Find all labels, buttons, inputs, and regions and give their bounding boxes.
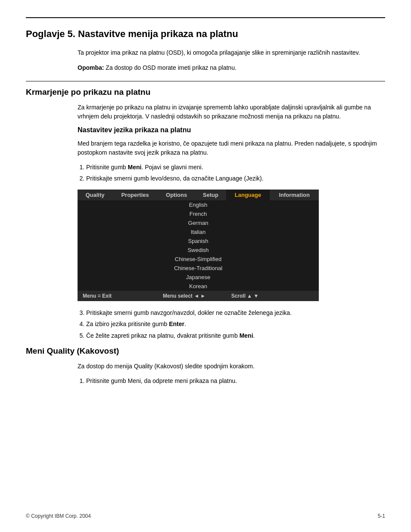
section-rule <box>26 81 385 81</box>
page-footer: © Copyright IBM Corp. 2004 5-1 <box>26 513 385 519</box>
section2-steps: Pritisnite gumb Meni, da odprete meni pr… <box>86 376 385 386</box>
footer-menu-exit: Menu = Exit <box>78 291 158 301</box>
list-item: Chinese-Simplified <box>78 255 319 264</box>
osd-footer-row: Menu = Exit Menu select ◄ ► Scroll ▲ ▼ <box>78 291 319 301</box>
lang-german[interactable]: German <box>78 218 319 227</box>
lang-korean[interactable]: Korean <box>78 282 319 291</box>
lang-french[interactable]: French <box>78 209 319 218</box>
list-item: Korean <box>78 282 319 291</box>
page-container: Poglavje 5. Nastavitve menija prikaza na… <box>0 0 411 417</box>
list-item: English <box>78 200 319 209</box>
step-4: Za izbiro jezika pritisnite gumb Enter. <box>86 319 385 329</box>
list-item: Chinese-Traditional <box>78 264 319 273</box>
list-item: Spanish <box>78 236 319 246</box>
note-paragraph: Opomba: Za dostop do OSD morate imeti pr… <box>78 63 385 72</box>
copyright: © Copyright IBM Corp. 2004 <box>26 513 91 519</box>
tab-information[interactable]: Information <box>270 190 319 200</box>
subsection-heading: Nastavitev jezika prikaza na platnu <box>78 126 385 134</box>
list-item: Italian <box>78 227 319 236</box>
top-rule <box>26 17 385 18</box>
step-2: Pritiskajte smerni gumb levo/desno, da o… <box>86 174 385 183</box>
tab-setup[interactable]: Setup <box>195 190 226 200</box>
lang-chinese-traditional[interactable]: Chinese-Traditional <box>78 264 319 273</box>
subsection-body: Med branjem tega razdelka je koristno, č… <box>78 139 385 157</box>
tab-language[interactable]: Language <box>226 190 270 200</box>
steps-after-list: Pritiskajte smerni gumb navzgor/navzdol,… <box>86 308 385 340</box>
lang-chinese-simplified[interactable]: Chinese-Simplified <box>78 255 319 264</box>
lang-italian[interactable]: Italian <box>78 227 319 236</box>
lang-spanish[interactable]: Spanish <box>78 236 319 246</box>
osd-menu-wrapper: Quality Properties Options Setup Languag… <box>78 190 319 301</box>
section2-body: Za dostop do menija Quality (Kakovost) s… <box>78 362 385 371</box>
list-item: Swedish <box>78 246 319 255</box>
note-content: Za dostop do OSD morate imeti prikaz na … <box>106 64 236 71</box>
chapter-title: Poglavje 5. Nastavitve menija prikaza na… <box>26 28 385 40</box>
intro-paragraph: Ta projektor ima prikaz na platnu (OSD),… <box>78 48 385 57</box>
step-1: Pritisnite gumb Meni. Pojavi se glavni m… <box>86 162 385 172</box>
steps-before-list: Pritisnite gumb Meni. Pojavi se glavni m… <box>86 162 385 184</box>
section-heading: Krmarjenje po prikazu na platnu <box>26 87 385 97</box>
tab-quality[interactable]: Quality <box>78 190 112 200</box>
note-label: Opomba: <box>78 64 104 71</box>
section-body: Za krmarjenje po prikazu na platnu in iz… <box>78 103 385 121</box>
tab-options[interactable]: Options <box>158 190 195 200</box>
list-item: French <box>78 209 319 218</box>
list-item: German <box>78 218 319 227</box>
section2-step-1: Pritisnite gumb Meni, da odprete meni pr… <box>86 376 385 386</box>
step-5: Če želite zapreti prikaz na platnu, dvak… <box>86 331 385 340</box>
list-item: Japanese <box>78 273 319 282</box>
osd-header-row: Quality Properties Options Setup Languag… <box>78 190 319 200</box>
tab-properties[interactable]: Properties <box>112 190 158 200</box>
section2-heading: Meni Quality (Kakovost) <box>26 346 385 356</box>
lang-swedish[interactable]: Swedish <box>78 246 319 255</box>
lang-japanese[interactable]: Japanese <box>78 273 319 282</box>
footer-menu-select: Menu select ◄ ► <box>158 291 226 301</box>
lang-english[interactable]: English <box>78 200 319 209</box>
page-number: 5-1 <box>378 513 385 519</box>
step-3: Pritiskajte smerni gumb navzgor/navzdol,… <box>86 308 385 317</box>
footer-scroll: Scroll ▲ ▼ <box>226 291 319 301</box>
osd-menu-table: Quality Properties Options Setup Languag… <box>78 190 319 301</box>
